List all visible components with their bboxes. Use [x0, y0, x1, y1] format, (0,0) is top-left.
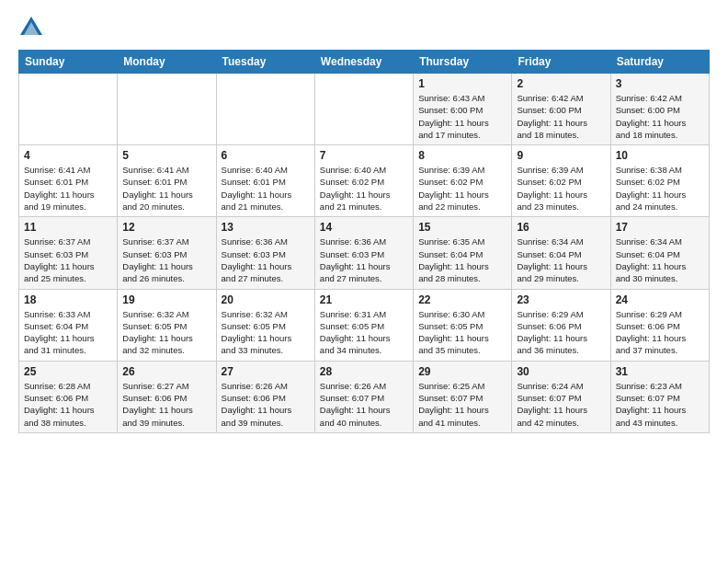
day-number: 20 [222, 293, 310, 306]
page: SundayMondayTuesdayWednesdayThursdayFrid… [0, 0, 728, 452]
calendar-week-row: 1Sunrise: 6:43 AM Sunset: 6:00 PM Daylig… [19, 74, 710, 145]
calendar-table: SundayMondayTuesdayWednesdayThursdayFrid… [18, 50, 710, 433]
day-number: 28 [320, 365, 408, 378]
day-info: Sunrise: 6:23 AM Sunset: 6:07 PM Dayligh… [616, 380, 704, 429]
calendar-cell: 12Sunrise: 6:37 AM Sunset: 6:03 PM Dayli… [118, 217, 216, 289]
day-number: 30 [517, 365, 605, 378]
day-info: Sunrise: 6:40 AM Sunset: 6:01 PM Dayligh… [222, 164, 310, 213]
day-number: 7 [320, 149, 408, 162]
day-info: Sunrise: 6:39 AM Sunset: 6:02 PM Dayligh… [418, 164, 506, 213]
day-number: 21 [320, 293, 408, 306]
day-number: 31 [616, 365, 704, 378]
day-number: 13 [222, 221, 310, 234]
day-info: Sunrise: 6:35 AM Sunset: 6:04 PM Dayligh… [418, 236, 506, 284]
calendar-cell: 27Sunrise: 6:26 AM Sunset: 6:06 PM Dayli… [216, 361, 314, 432]
day-info: Sunrise: 6:43 AM Sunset: 6:00 PM Dayligh… [418, 92, 506, 141]
calendar-week-row: 11Sunrise: 6:37 AM Sunset: 6:03 PM Dayli… [19, 217, 710, 289]
day-info: Sunrise: 6:40 AM Sunset: 6:02 PM Dayligh… [320, 164, 408, 213]
day-info: Sunrise: 6:32 AM Sunset: 6:05 PM Dayligh… [122, 308, 210, 357]
day-info: Sunrise: 6:38 AM Sunset: 6:02 PM Dayligh… [616, 164, 704, 213]
calendar-cell: 10Sunrise: 6:38 AM Sunset: 6:02 PM Dayli… [610, 145, 709, 217]
day-info: Sunrise: 6:31 AM Sunset: 6:05 PM Dayligh… [320, 308, 408, 357]
calendar-cell [118, 74, 216, 145]
day-number: 1 [418, 77, 506, 90]
calendar-cell: 3Sunrise: 6:42 AM Sunset: 6:00 PM Daylig… [610, 74, 709, 145]
weekday-header-friday: Friday [512, 51, 610, 74]
calendar-cell: 8Sunrise: 6:39 AM Sunset: 6:02 PM Daylig… [414, 145, 512, 217]
day-info: Sunrise: 6:39 AM Sunset: 6:02 PM Dayligh… [517, 164, 605, 213]
calendar-cell: 13Sunrise: 6:36 AM Sunset: 6:03 PM Dayli… [216, 217, 314, 289]
day-info: Sunrise: 6:42 AM Sunset: 6:00 PM Dayligh… [616, 92, 704, 141]
calendar-cell: 5Sunrise: 6:41 AM Sunset: 6:01 PM Daylig… [118, 145, 216, 217]
calendar-cell: 29Sunrise: 6:25 AM Sunset: 6:07 PM Dayli… [414, 361, 512, 432]
day-number: 6 [222, 149, 310, 162]
calendar-cell: 1Sunrise: 6:43 AM Sunset: 6:00 PM Daylig… [414, 74, 512, 145]
day-number: 9 [517, 149, 605, 162]
day-info: Sunrise: 6:41 AM Sunset: 6:01 PM Dayligh… [122, 164, 210, 213]
day-number: 18 [24, 293, 112, 306]
calendar-cell: 11Sunrise: 6:37 AM Sunset: 6:03 PM Dayli… [19, 217, 118, 289]
day-number: 2 [517, 77, 605, 90]
calendar-cell: 25Sunrise: 6:28 AM Sunset: 6:06 PM Dayli… [19, 361, 118, 432]
calendar-cell: 2Sunrise: 6:42 AM Sunset: 6:00 PM Daylig… [512, 74, 610, 145]
calendar-cell: 4Sunrise: 6:41 AM Sunset: 6:01 PM Daylig… [19, 145, 118, 217]
day-number: 23 [517, 293, 605, 306]
day-info: Sunrise: 6:30 AM Sunset: 6:05 PM Dayligh… [418, 308, 506, 357]
weekday-header-saturday: Saturday [610, 51, 709, 74]
day-info: Sunrise: 6:42 AM Sunset: 6:00 PM Dayligh… [517, 92, 605, 141]
calendar-cell: 7Sunrise: 6:40 AM Sunset: 6:02 PM Daylig… [314, 145, 413, 217]
calendar-week-row: 4Sunrise: 6:41 AM Sunset: 6:01 PM Daylig… [19, 145, 710, 217]
day-info: Sunrise: 6:27 AM Sunset: 6:06 PM Dayligh… [122, 380, 210, 429]
day-info: Sunrise: 6:33 AM Sunset: 6:04 PM Dayligh… [24, 308, 112, 357]
day-info: Sunrise: 6:41 AM Sunset: 6:01 PM Dayligh… [24, 164, 112, 213]
calendar-cell: 24Sunrise: 6:29 AM Sunset: 6:06 PM Dayli… [610, 289, 709, 361]
calendar-cell: 15Sunrise: 6:35 AM Sunset: 6:04 PM Dayli… [414, 217, 512, 289]
day-info: Sunrise: 6:34 AM Sunset: 6:04 PM Dayligh… [517, 236, 605, 284]
day-number: 16 [517, 221, 605, 234]
calendar-cell [314, 74, 413, 145]
calendar-cell: 26Sunrise: 6:27 AM Sunset: 6:06 PM Dayli… [118, 361, 216, 432]
day-number: 22 [418, 293, 506, 306]
calendar-cell: 20Sunrise: 6:32 AM Sunset: 6:05 PM Dayli… [216, 289, 314, 361]
calendar-week-row: 18Sunrise: 6:33 AM Sunset: 6:04 PM Dayli… [19, 289, 710, 361]
day-info: Sunrise: 6:32 AM Sunset: 6:05 PM Dayligh… [222, 308, 310, 357]
weekday-header-row: SundayMondayTuesdayWednesdayThursdayFrid… [19, 51, 710, 74]
weekday-header-wednesday: Wednesday [314, 51, 413, 74]
calendar-cell: 31Sunrise: 6:23 AM Sunset: 6:07 PM Dayli… [610, 361, 709, 432]
day-number: 27 [222, 365, 310, 378]
day-number: 17 [616, 221, 704, 234]
day-info: Sunrise: 6:37 AM Sunset: 6:03 PM Dayligh… [122, 236, 210, 284]
calendar-cell: 28Sunrise: 6:26 AM Sunset: 6:07 PM Dayli… [314, 361, 413, 432]
weekday-header-sunday: Sunday [19, 51, 118, 74]
calendar-cell: 23Sunrise: 6:29 AM Sunset: 6:06 PM Dayli… [512, 289, 610, 361]
day-number: 29 [418, 365, 506, 378]
day-info: Sunrise: 6:29 AM Sunset: 6:06 PM Dayligh… [517, 308, 605, 357]
day-info: Sunrise: 6:25 AM Sunset: 6:07 PM Dayligh… [418, 380, 506, 429]
day-info: Sunrise: 6:37 AM Sunset: 6:03 PM Dayligh… [24, 236, 112, 284]
day-number: 14 [320, 221, 408, 234]
day-number: 26 [122, 365, 210, 378]
calendar-cell: 16Sunrise: 6:34 AM Sunset: 6:04 PM Dayli… [512, 217, 610, 289]
calendar-cell: 30Sunrise: 6:24 AM Sunset: 6:07 PM Dayli… [512, 361, 610, 432]
calendar-cell: 22Sunrise: 6:30 AM Sunset: 6:05 PM Dayli… [414, 289, 512, 361]
day-number: 15 [418, 221, 506, 234]
day-number: 5 [122, 149, 210, 162]
calendar-cell: 21Sunrise: 6:31 AM Sunset: 6:05 PM Dayli… [314, 289, 413, 361]
day-number: 25 [24, 365, 112, 378]
calendar-cell: 19Sunrise: 6:32 AM Sunset: 6:05 PM Dayli… [118, 289, 216, 361]
day-info: Sunrise: 6:28 AM Sunset: 6:06 PM Dayligh… [24, 380, 112, 429]
calendar-week-row: 25Sunrise: 6:28 AM Sunset: 6:06 PM Dayli… [19, 361, 710, 432]
day-info: Sunrise: 6:24 AM Sunset: 6:07 PM Dayligh… [517, 380, 605, 429]
calendar-cell: 14Sunrise: 6:36 AM Sunset: 6:03 PM Dayli… [314, 217, 413, 289]
day-info: Sunrise: 6:34 AM Sunset: 6:04 PM Dayligh… [616, 236, 704, 284]
day-info: Sunrise: 6:26 AM Sunset: 6:07 PM Dayligh… [320, 380, 408, 429]
weekday-header-thursday: Thursday [414, 51, 512, 74]
day-info: Sunrise: 6:29 AM Sunset: 6:06 PM Dayligh… [616, 308, 704, 357]
day-number: 8 [418, 149, 506, 162]
logo [18, 15, 48, 40]
weekday-header-tuesday: Tuesday [216, 51, 314, 74]
calendar-cell: 17Sunrise: 6:34 AM Sunset: 6:04 PM Dayli… [610, 217, 709, 289]
day-info: Sunrise: 6:26 AM Sunset: 6:06 PM Dayligh… [222, 380, 310, 429]
day-info: Sunrise: 6:36 AM Sunset: 6:03 PM Dayligh… [222, 236, 310, 284]
calendar-cell [19, 74, 118, 145]
